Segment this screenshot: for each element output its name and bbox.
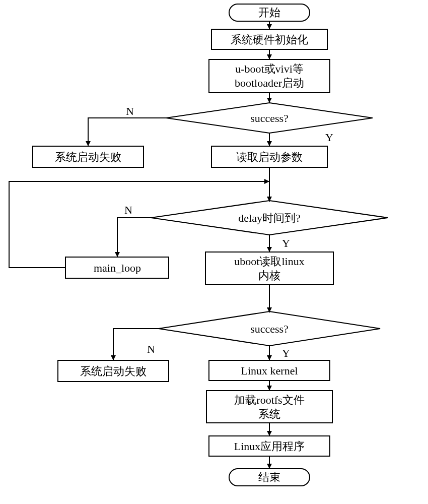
box-mainloop-label: main_loop [94, 262, 141, 274]
box-bootloader-l2: bootloader启动 [235, 77, 304, 89]
arrow-n2 [117, 218, 151, 257]
box-kernel-label: Linux kernel [241, 364, 298, 377]
decision-success1: success? [166, 103, 373, 133]
label-n3: N [147, 343, 155, 355]
box-hwinit-label: 系统硬件初始化 [231, 33, 308, 46]
box-readparam-label: 读取启动参数 [236, 151, 303, 163]
decision-success1-label: success? [250, 112, 289, 124]
decision-success2: success? [159, 311, 380, 346]
box-uboot-readkernel: uboot读取linux 内核 [205, 252, 333, 284]
box-uboot-l1: uboot读取linux [234, 255, 304, 268]
label-n1: N [126, 105, 134, 117]
box-kernel: Linux kernel [209, 360, 330, 381]
decision-delay-label: delay时间到? [238, 212, 300, 224]
box-uboot-l2: 内核 [258, 269, 280, 282]
decision-success2-label: success? [250, 323, 289, 335]
box-readparam: 读取启动参数 [211, 146, 327, 167]
box-fail1: 系统启动失败 [33, 146, 144, 167]
label-n2: N [124, 204, 132, 216]
arrow-n1 [88, 118, 166, 146]
box-rootfs: 加载rootfs文件 系统 [206, 391, 332, 423]
box-mainloop: main_loop [65, 257, 169, 278]
box-app: Linux应用程序 [209, 436, 330, 456]
box-rootfs-l2: 系统 [258, 408, 280, 420]
box-fail1-label: 系统启动失败 [55, 151, 121, 163]
terminal-start-label: 开始 [258, 6, 280, 19]
decision-delay: delay时间到? [151, 201, 388, 235]
box-hwinit: 系统硬件初始化 [211, 29, 327, 49]
box-fail2: 系统启动失败 [58, 360, 169, 382]
label-y1: Y [325, 131, 333, 144]
box-fail2-label: 系统启动失败 [80, 365, 147, 377]
box-bootloader-l1: u-boot或vivi等 [235, 62, 304, 75]
terminal-end-label: 结束 [258, 471, 280, 483]
box-bootloader: u-boot或vivi等 bootloader启动 [209, 59, 330, 93]
box-rootfs-l1: 加载rootfs文件 [234, 394, 304, 406]
arrow-loop [9, 181, 269, 268]
terminal-start: 开始 [229, 4, 310, 21]
label-y3: Y [282, 347, 290, 359]
terminal-end: 结束 [229, 469, 310, 486]
label-y2: Y [282, 237, 290, 249]
box-app-label: Linux应用程序 [234, 440, 305, 453]
